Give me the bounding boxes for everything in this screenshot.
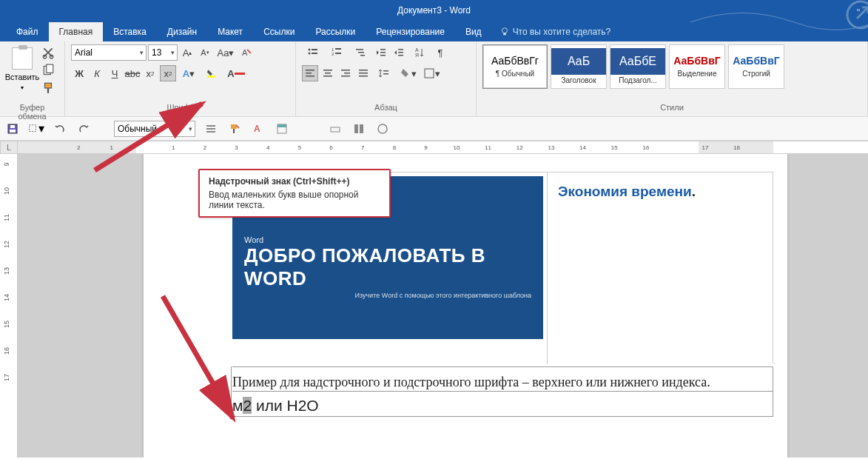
tab-design[interactable]: Дизайн bbox=[157, 22, 207, 41]
increase-indent-icon[interactable] bbox=[391, 44, 407, 61]
title-bar: Документ3 - Word ▫ bbox=[0, 0, 868, 21]
tooltip-title: Надстрочный знак (Ctrl+Shift++) bbox=[209, 176, 380, 187]
group-paragraph: 12 AЯ ¶ ▾ ▾ Абзац bbox=[296, 41, 477, 116]
svg-rect-10 bbox=[207, 76, 215, 77]
decrease-indent-icon[interactable] bbox=[373, 44, 389, 61]
align-right-icon[interactable] bbox=[337, 65, 354, 81]
tab-review[interactable]: Рецензирование bbox=[366, 22, 455, 41]
select-icon[interactable]: ▾ bbox=[28, 121, 44, 137]
svg-line-93 bbox=[163, 296, 233, 418]
tell-me[interactable]: Что вы хотите сделать? bbox=[492, 22, 619, 41]
tab-insert[interactable]: Вставка bbox=[103, 22, 157, 41]
font-size-dropdown[interactable]: 13 bbox=[148, 44, 178, 61]
superscript-button[interactable]: x2 bbox=[160, 65, 176, 81]
svg-text:10: 10 bbox=[453, 144, 460, 151]
svg-text:2: 2 bbox=[77, 144, 81, 151]
borders-icon[interactable]: ▾ bbox=[420, 65, 443, 81]
tab-mailings[interactable]: Рассылки bbox=[305, 22, 366, 41]
example-text: Пример для надстрочного и подстрочного ш… bbox=[232, 375, 710, 390]
svg-rect-8 bbox=[47, 88, 49, 93]
group-clipboard: Вставить ▾ Буфер обмена bbox=[0, 41, 65, 116]
style-strong[interactable]: АаБбВвГ Строгий bbox=[728, 44, 784, 89]
clipboard-icon bbox=[12, 47, 33, 70]
svg-rect-26 bbox=[398, 52, 403, 53]
multilevel-list-icon[interactable] bbox=[349, 44, 371, 61]
bold-button[interactable]: Ж bbox=[71, 65, 87, 81]
strikethrough-button[interactable]: abc bbox=[124, 65, 141, 81]
underline-button[interactable]: Ч bbox=[107, 65, 123, 81]
undo-icon[interactable] bbox=[52, 121, 68, 137]
lightbulb-icon bbox=[499, 27, 510, 37]
blue-heading: ДОБРО ПОЖАЛОВАТЬ В WORD bbox=[244, 244, 531, 290]
qat-icon-3[interactable]: A bbox=[250, 121, 266, 137]
svg-text:9: 9 bbox=[3, 162, 10, 166]
change-case-icon[interactable]: Aa▾ bbox=[215, 44, 237, 61]
cut-icon[interactable] bbox=[41, 46, 55, 59]
line-spacing-icon[interactable] bbox=[373, 65, 395, 81]
format-painter-icon[interactable] bbox=[41, 81, 55, 95]
tab-layout[interactable]: Макет bbox=[207, 22, 253, 41]
tab-references[interactable]: Ссылки bbox=[253, 22, 305, 41]
style-subheading[interactable]: АаБбE Подзагол... bbox=[610, 44, 666, 89]
svg-rect-32 bbox=[306, 76, 314, 77]
copy-icon[interactable] bbox=[41, 64, 55, 77]
subscript-button[interactable]: x2 bbox=[142, 65, 158, 81]
svg-text:17: 17 bbox=[3, 374, 10, 381]
show-marks-icon[interactable]: ¶ bbox=[432, 44, 448, 61]
svg-text:3: 3 bbox=[235, 144, 238, 151]
style-heading[interactable]: АаБ Заголовок bbox=[551, 44, 607, 89]
align-left-icon[interactable] bbox=[302, 65, 318, 81]
italic-button[interactable]: К bbox=[89, 65, 105, 81]
svg-rect-46 bbox=[10, 130, 16, 133]
svg-rect-47 bbox=[10, 125, 15, 128]
qat-icon-6[interactable] bbox=[351, 121, 367, 137]
bullets-icon[interactable] bbox=[302, 44, 324, 61]
svg-rect-57 bbox=[331, 127, 340, 132]
qat-icon-2[interactable] bbox=[226, 121, 243, 137]
shrink-font-icon[interactable]: A▾ bbox=[197, 44, 213, 61]
justify-icon[interactable] bbox=[355, 65, 371, 81]
svg-text:17: 17 bbox=[702, 144, 708, 151]
vertical-ruler[interactable]: 9 10 11 12 13 14 15 16 17 bbox=[0, 154, 18, 458]
svg-rect-56 bbox=[277, 124, 286, 127]
blue-small: Word bbox=[244, 235, 531, 244]
svg-text:7: 7 bbox=[361, 144, 365, 151]
qat-icon-7[interactable] bbox=[374, 121, 391, 137]
svg-rect-27 bbox=[398, 55, 403, 56]
qat-icon-5[interactable] bbox=[327, 121, 343, 137]
text-effects-icon[interactable]: A▾ bbox=[178, 65, 200, 81]
tab-home[interactable]: Главная bbox=[49, 22, 104, 41]
font-name-dropdown[interactable]: Arial bbox=[71, 44, 147, 61]
svg-rect-31 bbox=[306, 73, 312, 74]
font-color-icon[interactable]: A bbox=[225, 65, 247, 81]
qat-icon-4[interactable] bbox=[274, 121, 290, 137]
document-canvas[interactable]: Word ДОБРО ПОЖАЛОВАТЬ В WORD Изучите Wor… bbox=[18, 154, 868, 458]
svg-rect-42 bbox=[383, 70, 388, 72]
align-center-icon[interactable] bbox=[320, 65, 336, 81]
svg-rect-19 bbox=[356, 49, 363, 50]
sort-icon[interactable]: AЯ bbox=[408, 44, 431, 61]
svg-text:10: 10 bbox=[3, 187, 10, 195]
svg-rect-37 bbox=[344, 73, 350, 74]
svg-rect-6 bbox=[47, 64, 53, 73]
highlight-icon[interactable] bbox=[201, 65, 223, 81]
svg-rect-22 bbox=[380, 49, 386, 50]
svg-rect-52 bbox=[231, 124, 237, 129]
svg-rect-36 bbox=[341, 70, 350, 71]
style-emphasis[interactable]: АаБбВвГ Выделение bbox=[669, 44, 725, 89]
tab-selector[interactable]: L bbox=[0, 141, 18, 154]
svg-rect-12 bbox=[312, 49, 317, 50]
maximize-icon[interactable]: ▫ bbox=[852, 3, 865, 16]
save-icon[interactable] bbox=[4, 121, 21, 137]
clear-formatting-icon[interactable]: A bbox=[238, 44, 255, 61]
paste-button[interactable]: Вставить ▾ bbox=[6, 44, 38, 102]
style-normal[interactable]: АаБбВвГг ¶ Обычный bbox=[482, 44, 548, 89]
grow-font-icon[interactable]: A▴ bbox=[179, 44, 195, 61]
svg-text:12: 12 bbox=[517, 144, 523, 151]
tab-file[interactable]: Файл bbox=[6, 22, 49, 41]
svg-text:11: 11 bbox=[3, 214, 10, 221]
shading-icon[interactable]: ▾ bbox=[397, 65, 419, 81]
annotation-arrow-1 bbox=[87, 96, 221, 178]
tab-view[interactable]: Вид bbox=[455, 22, 492, 41]
numbering-icon[interactable]: 12 bbox=[326, 44, 348, 61]
